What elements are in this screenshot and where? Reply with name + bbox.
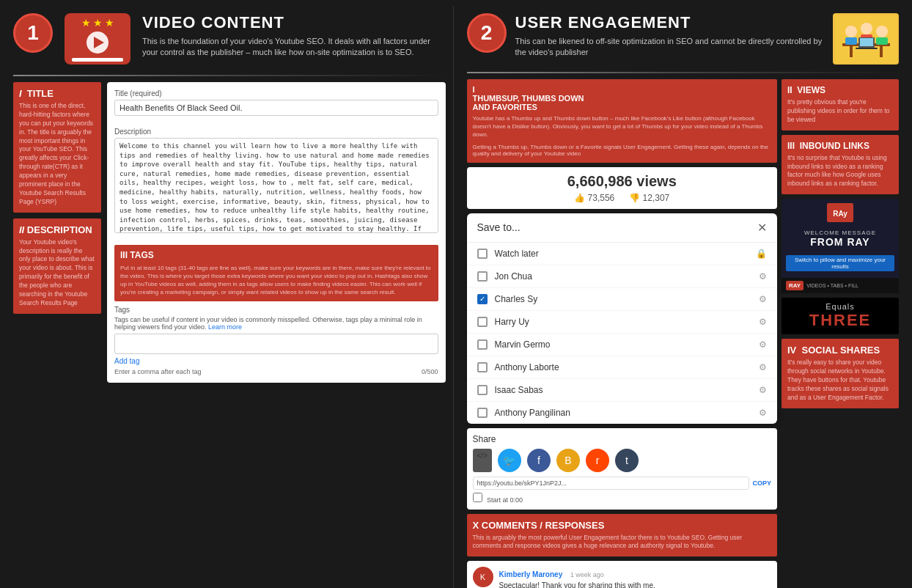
gear-icon-1[interactable]: ⚙ xyxy=(759,271,767,282)
desc-box-heading: II DESCRIPTION xyxy=(19,224,95,235)
gear-icon-4[interactable]: ⚙ xyxy=(759,339,767,350)
engagement-signal: Getting a Thumbs up, Thumbs down or a Fa… xyxy=(473,144,772,157)
svg-rect-9 xyxy=(876,37,888,45)
start-at: Start at 0:00 xyxy=(473,493,772,504)
description-red-box: II DESCRIPTION Your Youtube video's desc… xyxy=(13,218,101,314)
video-progress-bar xyxy=(72,58,123,62)
share-url-input[interactable] xyxy=(473,477,750,490)
comment-content: Kimberly Maroney 1 week ago Spectacular!… xyxy=(499,567,772,588)
gear-icon-7[interactable]: ⚙ xyxy=(759,408,767,418)
save-item-isaac-sabas[interactable]: Isaac Sabas ⚙ xyxy=(467,379,778,402)
copy-button[interactable]: COPY xyxy=(752,479,771,487)
right-main-content: ITHUMBSUP, THUMBS DOWNAND FAVORITES Yout… xyxy=(467,79,900,588)
save-item-name-3: Harry Uy xyxy=(495,317,529,327)
tags-red-box: III TAGS Put in at least 10 tags (31-40 … xyxy=(114,245,438,301)
save-checkbox-1[interactable] xyxy=(477,271,488,282)
views-count: 6,660,986 views xyxy=(473,173,772,190)
comments-title: X COMMENTS / RESPONSES xyxy=(473,520,772,531)
save-checkbox-0[interactable] xyxy=(477,249,488,259)
three-text: THREE xyxy=(786,311,894,330)
svg-rect-2 xyxy=(850,46,853,57)
save-checkbox-6[interactable] xyxy=(477,385,488,395)
social-shares-box: IV SOCIAL SHARES It's really easy to sha… xyxy=(782,339,899,408)
svg-rect-3 xyxy=(880,46,883,57)
tags-area: Tags Tags can be useful if content in yo… xyxy=(114,306,438,375)
share-buttons: </> 🐦 f B r t xyxy=(473,449,772,472)
svg-rect-5 xyxy=(845,37,857,45)
svg-point-6 xyxy=(861,23,872,34)
save-checkbox-2[interactable] xyxy=(477,294,488,304)
equals-text: Equals xyxy=(786,302,894,311)
save-item-name-1: Jon Chua xyxy=(495,271,532,282)
inbound-links-title: III INBOUND LINKS xyxy=(787,141,893,151)
right-section-title: USER ENGAGEMENT xyxy=(515,13,825,32)
comment-avatar: K xyxy=(473,567,493,587)
views-reactions: 👍 73,556 👎 12,307 xyxy=(473,193,772,203)
save-item-harry-uy[interactable]: Harry Uy ⚙ xyxy=(467,311,778,334)
lock-icon: 🔒 xyxy=(756,249,767,259)
left-divider xyxy=(13,75,446,76)
svg-rect-12 xyxy=(856,48,878,49)
facebook-share-button[interactable]: f xyxy=(527,449,551,472)
svg-point-8 xyxy=(876,26,888,37)
save-item-name-5: Anthony Laborte xyxy=(495,362,559,372)
save-item-anthony-pangilinan[interactable]: Anthony Pangilinan ⚙ xyxy=(467,402,778,424)
from-ray-label: FROM RAY xyxy=(790,236,890,248)
save-item-name-7: Anthony Pangilinan xyxy=(495,408,570,418)
start-at-checkbox[interactable] xyxy=(473,493,482,502)
description-textarea[interactable]: Welcome to this channel you will learn h… xyxy=(114,138,438,233)
save-item-jon-chua[interactable]: Jon Chua ⚙ xyxy=(467,265,778,288)
left-header-text: VIDEO CONTENT This is the foundation of … xyxy=(142,13,446,59)
social-shares-title: IV SOCIAL SHARES xyxy=(787,345,893,356)
social-shares-text: It's really easy to share your video thr… xyxy=(787,359,893,402)
ray-screen: RAy WELCOME MESSAGE FROM RAY Switch to p… xyxy=(782,199,899,278)
left-panel: 1 ★ ★ ★ VIDEO CONTENT This is the founda… xyxy=(6,6,454,588)
embed-button[interactable]: </> xyxy=(473,449,492,472)
gear-icon-2[interactable]: ⚙ xyxy=(759,294,767,304)
ray-label: RAy xyxy=(833,210,847,218)
title-input[interactable] xyxy=(114,100,438,116)
views-info-text: It's pretty obvious that you're publishi… xyxy=(787,98,893,125)
save-item-watch-later[interactable]: Watch later 🔒 xyxy=(467,243,778,265)
ray-bottom: RAY VIDEOS • TABS • FILL xyxy=(782,278,899,293)
ray-welcome-box: RAy WELCOME MESSAGE FROM RAY Switch to p… xyxy=(782,199,899,293)
title-box-heading: I TITLE xyxy=(19,88,95,99)
save-item-marvin-germo[interactable]: Marvin Germo ⚙ xyxy=(467,334,778,356)
tags-input[interactable] xyxy=(114,334,438,354)
right-divider xyxy=(467,72,900,73)
save-item-anthony-laborte[interactable]: Anthony Laborte ⚙ xyxy=(467,356,778,379)
play-triangle xyxy=(94,37,104,48)
welcome-label: WELCOME MESSAGE xyxy=(790,229,890,236)
tags-red-title: III TAGS xyxy=(120,249,433,262)
star-2: ★ xyxy=(93,17,103,29)
twitter-share-button[interactable]: 🐦 xyxy=(498,449,521,472)
ray-stats: VIDEOS • TABS • FILL xyxy=(806,283,858,288)
gear-icon-3[interactable]: ⚙ xyxy=(759,317,767,327)
save-checkbox-7[interactable] xyxy=(477,408,488,418)
add-tag-button[interactable]: Add tag xyxy=(114,357,438,365)
share-section: Share </> 🐦 f B r t COPY Start at 0:00 xyxy=(467,428,778,510)
tag-hint: Enter a comma after each tag 0/500 xyxy=(114,368,438,375)
save-close-button[interactable]: ✕ xyxy=(757,221,767,235)
right-section-desc: This can be likened to off-site optimiza… xyxy=(515,36,825,59)
gear-icon-6[interactable]: ⚙ xyxy=(759,385,767,395)
tags-red-text: Put in at least 10 tags (31-40 tags are … xyxy=(120,264,433,297)
gear-icon-5[interactable]: ⚙ xyxy=(759,362,767,372)
reddit-share-button[interactable]: r xyxy=(586,449,609,472)
title-box-text: This is one of the direct, hard-hitting … xyxy=(19,102,95,207)
save-item-charles-sy[interactable]: Charles Sy ⚙ xyxy=(467,288,778,311)
tumblr-share-button[interactable]: t xyxy=(615,449,639,472)
inbound-links-text: It's no surprise that Youtube is using i… xyxy=(787,154,893,189)
save-checkbox-4[interactable] xyxy=(477,339,488,350)
learn-more-link[interactable]: Learn more xyxy=(208,323,242,331)
comment-row: K Kimberly Maroney 1 week ago Spectacula… xyxy=(473,567,772,588)
save-dialog: Save to... ✕ Watch later 🔒 Jon Chua ⚙ Ch… xyxy=(467,213,778,424)
play-icon xyxy=(87,32,109,54)
desc-form-label: Description xyxy=(114,128,438,136)
save-checkbox-5[interactable] xyxy=(477,362,488,372)
comment-section: K Kimberly Maroney 1 week ago Spectacula… xyxy=(467,561,778,588)
comments-desc: This is arguably the most powerful User … xyxy=(473,534,772,551)
save-checkbox-3[interactable] xyxy=(477,317,488,327)
blogger-share-button[interactable]: B xyxy=(556,449,580,472)
title-red-box: I TITLE This is one of the direct, hard-… xyxy=(13,82,101,213)
